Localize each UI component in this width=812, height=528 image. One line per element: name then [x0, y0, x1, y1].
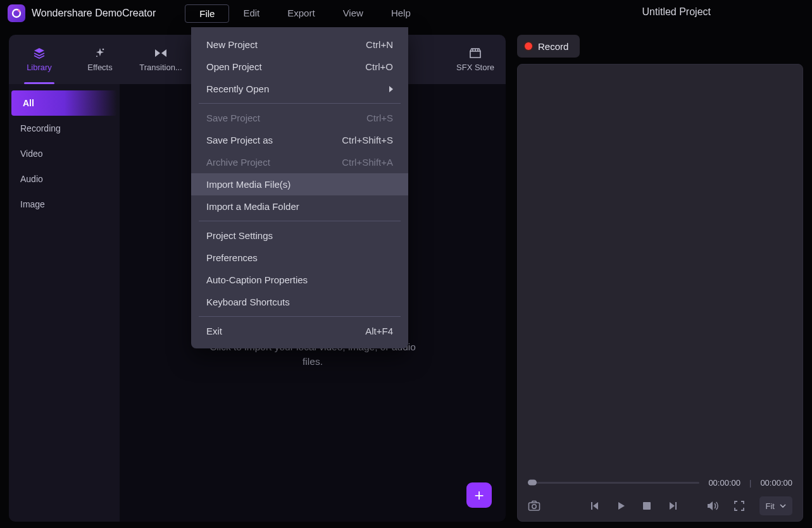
- menu-edit[interactable]: Edit: [229, 4, 273, 23]
- tab-label: Library: [27, 63, 52, 72]
- file-menu-import-media-files[interactable]: Import Media File(s): [191, 173, 408, 195]
- controls-row: Fit: [518, 491, 803, 521]
- zoom-fit-select[interactable]: Fit: [759, 496, 792, 515]
- app-title: Wondershare DemoCreator: [32, 8, 156, 19]
- video-preview: [518, 64, 803, 474]
- progress-row: 00:00:00 | 00:00:00: [518, 474, 803, 491]
- preview-box: 00:00:00 | 00:00:00: [517, 64, 803, 522]
- time-total: 00:00:00: [760, 478, 792, 488]
- tab-label: Effects: [87, 63, 113, 72]
- menu-item-label: Keyboard Shortcuts: [206, 297, 290, 307]
- tab-effects[interactable]: Effects: [70, 35, 130, 84]
- file-menu-project-settings[interactable]: Project Settings: [191, 224, 408, 247]
- app-logo-icon: [8, 4, 25, 22]
- menu-item-label: Import a Media Folder: [206, 201, 299, 212]
- file-menu-open-project[interactable]: Open Project Ctrl+O: [191, 56, 408, 78]
- sidebar-item-recording[interactable]: Recording: [9, 116, 120, 141]
- tab-label: Transition...: [139, 63, 182, 72]
- prev-frame-button[interactable]: [589, 500, 601, 512]
- svg-rect-6: [591, 502, 592, 510]
- snapshot-button[interactable]: [528, 500, 540, 512]
- menu-separator: [199, 103, 401, 104]
- menu-item-label: New Project: [206, 39, 258, 50]
- menu-item-label: Preferences: [206, 252, 258, 263]
- menu-view[interactable]: View: [329, 4, 377, 23]
- menu-item-label: Auto-Caption Properties: [206, 274, 308, 285]
- svg-point-3: [96, 56, 97, 57]
- menu-item-shortcut: Ctrl+S: [366, 113, 393, 123]
- sidebar-item-all[interactable]: All: [11, 90, 117, 116]
- progress-thumb[interactable]: [528, 480, 537, 486]
- sidebar-item-label: All: [23, 98, 34, 108]
- menubar: Wondershare DemoCreator File Edit Export…: [0, 0, 812, 27]
- sidebar-item-video[interactable]: Video: [9, 141, 120, 166]
- add-media-button[interactable]: +: [466, 482, 492, 508]
- tab-transition[interactable]: Transition...: [130, 35, 191, 84]
- menu-items: File Edit Export View Help: [185, 4, 425, 23]
- menu-item-label: Open Project: [206, 61, 262, 72]
- stop-button[interactable]: [640, 500, 653, 512]
- progress-track[interactable]: [528, 482, 699, 484]
- time-separator: |: [749, 478, 751, 488]
- menu-item-label: Recently Open: [206, 83, 269, 94]
- menu-file[interactable]: File: [185, 4, 229, 23]
- record-label: Record: [538, 41, 568, 52]
- tab-sfx-store[interactable]: SFX Store: [445, 35, 506, 84]
- record-dot-icon: [525, 42, 532, 50]
- menu-item-label: Archive Project: [206, 157, 270, 168]
- file-menu-exit[interactable]: Exit Alt+F4: [191, 320, 408, 342]
- file-menu-save-project-as[interactable]: Save Project as Ctrl+Shift+S: [191, 129, 408, 151]
- svg-rect-4: [529, 503, 540, 510]
- project-title: Untitled Project: [642, 6, 711, 18]
- chevron-down-icon: [780, 504, 786, 508]
- svg-point-1: [18, 9, 20, 12]
- file-menu-new-project[interactable]: New Project Ctrl+N: [191, 34, 408, 56]
- svg-rect-7: [643, 502, 651, 510]
- file-menu-import-media-folder[interactable]: Import a Media Folder: [191, 195, 408, 218]
- menu-item-label: Save Project: [206, 113, 260, 123]
- file-menu-preferences[interactable]: Preferences: [191, 247, 408, 269]
- tab-label: SFX Store: [456, 63, 494, 72]
- preview-panel: Record 00:00:00 | 00:00:00: [517, 35, 803, 522]
- menu-item-label: Import Media File(s): [206, 179, 290, 190]
- menu-separator: [199, 316, 401, 317]
- sidebar-item-label: Recording: [20, 123, 61, 133]
- sidebar-item-label: Image: [20, 199, 45, 209]
- svg-rect-8: [675, 502, 677, 510]
- file-menu-dropdown: New Project Ctrl+N Open Project Ctrl+O R…: [191, 27, 408, 348]
- tab-library[interactable]: Library: [9, 35, 70, 84]
- sidebar-item-label: Audio: [20, 174, 43, 184]
- time-current: 00:00:00: [708, 478, 740, 488]
- sidebar-item-label: Video: [20, 149, 43, 159]
- menu-item-label: Exit: [206, 326, 222, 336]
- submenu-caret-icon: [389, 86, 393, 92]
- sidebar-item-image[interactable]: Image: [9, 192, 120, 217]
- play-button[interactable]: [615, 500, 627, 512]
- next-frame-button[interactable]: [666, 500, 678, 512]
- file-menu-recently-open[interactable]: Recently Open: [191, 78, 408, 100]
- library-sidebar: All Recording Video Audio Image: [9, 84, 120, 522]
- menu-item-label: Save Project as: [206, 135, 273, 145]
- menu-help[interactable]: Help: [377, 4, 425, 23]
- svg-point-5: [532, 505, 536, 508]
- file-menu-save-project: Save Project Ctrl+S: [191, 107, 408, 129]
- menu-item-shortcut: Ctrl+O: [365, 61, 393, 72]
- file-menu-archive-project: Archive Project Ctrl+Shift+A: [191, 151, 408, 173]
- menu-item-shortcut: Ctrl+Shift+A: [342, 157, 393, 168]
- store-icon: [469, 47, 482, 59]
- menu-item-label: Project Settings: [206, 230, 273, 241]
- volume-button[interactable]: [706, 500, 719, 512]
- sidebar-item-audio[interactable]: Audio: [9, 166, 120, 192]
- menu-item-shortcut: Ctrl+Shift+S: [342, 135, 393, 145]
- bowtie-icon: [154, 47, 167, 59]
- fullscreen-button[interactable]: [733, 500, 745, 512]
- menu-item-shortcut: Ctrl+N: [366, 39, 393, 50]
- record-button[interactable]: Record: [517, 35, 580, 58]
- layers-icon: [33, 47, 46, 59]
- plus-icon: +: [474, 486, 484, 505]
- zoom-fit-label: Fit: [766, 501, 775, 511]
- file-menu-keyboard-shortcuts[interactable]: Keyboard Shortcuts: [191, 291, 408, 313]
- sparkle-icon: [94, 47, 106, 59]
- menu-export[interactable]: Export: [273, 4, 328, 23]
- file-menu-auto-caption-properties[interactable]: Auto-Caption Properties: [191, 269, 408, 291]
